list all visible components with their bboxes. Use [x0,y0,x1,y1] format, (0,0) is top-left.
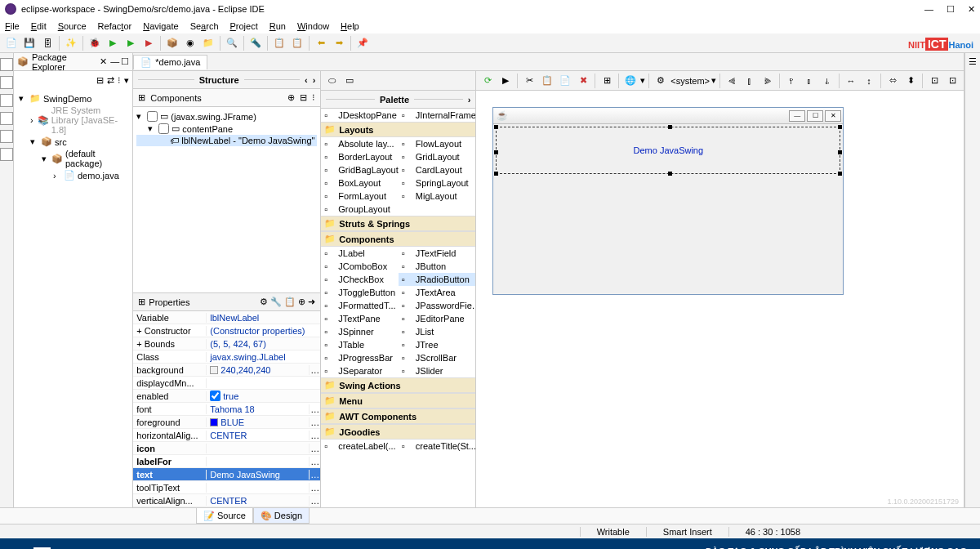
palette-item[interactable]: ▫JList [399,325,476,338]
save-button[interactable]: 💾 [21,35,38,51]
palette-section[interactable]: 📁Layouts [321,122,475,137]
component-tree[interactable]: ▾▭(javax.swing.JFrame) ▾▭contentPane 🏷lb… [133,107,320,293]
package-tree[interactable]: ▾📁SwingDemo ›📚JRE System Library [JavaSE… [14,89,132,507]
tree-checkbox[interactable] [158,123,169,134]
property-row[interactable]: VariablelblNewLabel [133,311,320,324]
pal-tool-icon[interactable]: ▭ [341,73,358,89]
minimize-view-icon[interactable]: — [110,56,119,67]
palette-section[interactable]: 📁Struts & Springs [321,216,475,231]
align-middle-icon[interactable]: ⫾ [801,73,817,89]
palette-item[interactable]: ▫JTextPane [321,312,399,325]
save-all-button[interactable]: 🗄 [39,35,56,51]
menu-file[interactable]: File [5,21,20,31]
maximize-button[interactable]: ☐ [947,4,955,15]
property-row[interactable]: foregroundBLUE… [133,416,320,429]
trim-icon[interactable] [0,112,13,125]
design-tab[interactable]: 🎨Design [253,508,310,524]
palette-item[interactable]: ▫JSeparator [321,364,399,377]
palette-item[interactable]: ▫JDesktopPane [321,109,399,122]
palette-item[interactable]: ▫BorderLayout [321,150,399,163]
debug-button[interactable]: 🐞 [87,35,103,51]
view-menu-icon[interactable]: ⁝ [312,92,315,103]
delete-icon[interactable]: ✖ [575,73,591,89]
menu-project[interactable]: Project [230,21,258,31]
center-v-icon[interactable]: ⊡ [944,73,960,89]
palette-item[interactable]: ▫GroupLayout [321,203,399,216]
align-left-icon[interactable]: ⫷ [724,73,740,89]
chevron-right-icon[interactable]: › [313,75,316,85]
run-button[interactable]: ▶ [105,35,121,51]
palette-section[interactable]: 📁Menu [321,393,475,408]
source-tab[interactable]: 📝Source [196,508,253,524]
ext-tools-button[interactable]: ▶ [140,35,157,51]
project-name[interactable]: SwingDemo [43,94,91,104]
palette-item[interactable]: ▫JTextArea [399,286,476,299]
cut-icon[interactable]: ✂ [521,73,537,89]
copy-icon[interactable]: 📋 [539,73,555,89]
maximize-view-icon[interactable]: ☐ [121,56,129,67]
palette-section[interactable]: 📁AWT Components [321,408,475,424]
menu-edit[interactable]: Edit [31,21,47,31]
prop-tool-icon[interactable]: ⚙ [260,297,268,307]
collapse-all-icon[interactable]: ⊟ [96,75,104,86]
menu-window[interactable]: Window [297,21,329,31]
palette-item[interactable]: ▫JTable [321,338,399,351]
selected-jlabel[interactable]: Demo JavaSwing [496,127,840,174]
menu-help[interactable]: Help [341,21,359,31]
jframe-preview[interactable]: ☕ — ☐ ✕ Demo JavaSwing [492,107,844,295]
tree-checkbox[interactable] [147,111,158,122]
paste-icon[interactable]: 📄 [557,73,573,89]
system-combo[interactable]: <system> [670,76,710,86]
pin-button[interactable]: 📌 [354,35,371,51]
trim-icon[interactable] [0,148,13,161]
space-v-icon[interactable]: ⬍ [902,73,919,89]
close-button[interactable]: ✕ [968,4,975,15]
palette-item[interactable]: ▫JButton [399,260,476,273]
align-right-icon[interactable]: ⫸ [760,73,776,89]
palette-item[interactable]: ▫Absolute lay... [321,137,399,150]
prop-tool-icon[interactable]: 🔧 [270,297,282,307]
palette-section[interactable]: 📁Components [321,231,475,247]
palette-item[interactable]: ▫SpringLayout [399,176,476,190]
property-row[interactable]: enabledtrue [133,390,320,403]
pal-tool-icon[interactable]: ⬭ [323,73,340,89]
property-row[interactable]: + Constructor(Constructor properties) [133,324,320,337]
new-button[interactable]: 📄 [3,35,20,51]
palette-item[interactable]: ▫JRadioButton [399,273,476,286]
src-folder[interactable]: src [55,137,67,147]
property-row[interactable]: labelFor… [133,455,320,468]
open-type-button[interactable]: 🔍 [224,35,240,51]
globe-icon[interactable]: 🌐 [622,73,639,89]
property-row[interactable]: horizontalAlig...CENTER… [133,429,320,442]
palette-item[interactable]: ▫JEditorPane [399,312,476,325]
annotation-button[interactable]: 📋 [271,35,287,51]
center-h-icon[interactable]: ⊡ [926,73,942,89]
property-row[interactable]: background240,240,240… [133,364,320,377]
forward-button[interactable]: ➡ [331,35,347,51]
align-center-icon[interactable]: ⫿ [742,73,758,89]
wizard-button[interactable]: ✨ [63,35,79,51]
palette-item[interactable]: ▫MigLayout [399,190,476,203]
trim-icon[interactable] [0,94,13,107]
palette-item[interactable]: ▫FormLayout [321,190,399,203]
property-row[interactable]: Classjavax.swing.JLabel [133,350,320,364]
frame-min-button[interactable]: — [789,110,805,122]
refresh-icon[interactable]: ⟳ [479,73,496,89]
test-icon[interactable]: ▶ [497,73,514,89]
menu-search[interactable]: Search [190,21,219,31]
link-editor-icon[interactable]: ⇄ [107,75,114,86]
back-button[interactable]: ⬅ [313,35,329,51]
palette-item[interactable]: ▫FlowLayout [399,137,476,150]
same-width-icon[interactable]: ↔ [843,73,859,89]
same-height-icon[interactable]: ↕ [861,73,877,89]
prop-tool-icon[interactable]: ⊕ [298,297,305,307]
next-annotation-button[interactable]: 📋 [289,35,305,51]
filter-icon[interactable]: ⁝ [118,75,121,86]
property-row[interactable]: icon… [133,442,320,455]
palette-item[interactable]: ▫JScrollBar [399,351,476,364]
property-row[interactable]: + Bounds(5, 5, 424, 67) [133,337,320,350]
coverage-button[interactable]: ▶ [122,35,139,51]
java-file[interactable]: demo.java [78,171,119,181]
properties-grid[interactable]: VariablelblNewLabel+ Constructor(Constru… [133,311,320,507]
property-row[interactable]: textDemo JavaSwing… [133,468,320,481]
